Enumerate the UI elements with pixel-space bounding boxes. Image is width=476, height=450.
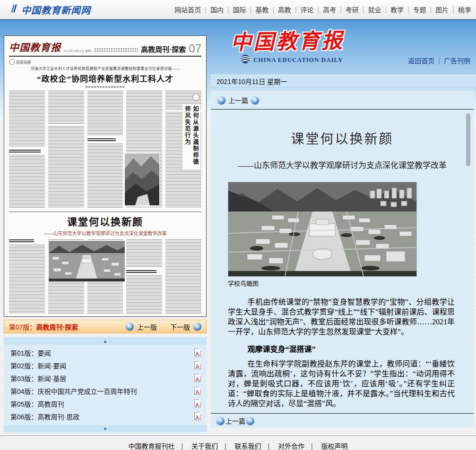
- prev-article-icon[interactable]: ↖: [216, 417, 225, 425]
- mini-article1-headline: “政校企”协同培养新型水利工科人才: [9, 72, 201, 84]
- top-navigation: 网站首页| 国内| 国际| 基教| 高教| 评论| 高考| 考研| 就业| 教学…: [174, 5, 471, 14]
- site-footer: 中国教育报刊社| 关于我们| 联系我们| 对外合作| 版权声明: [0, 435, 476, 450]
- ced-globe-icon: [240, 54, 251, 66]
- prev-edition-icon[interactable]: ↖: [126, 323, 134, 331]
- prev-article-link[interactable]: 上一篇: [228, 95, 248, 105]
- next-article-icon[interactable]: ↘: [251, 96, 259, 104]
- footer-link-copyright[interactable]: 版权声明: [321, 442, 348, 450]
- mini-article1-lead: 河海大学立足水利人才培养优势搭建和产业发展需求调整结构要素全方位紧密对接——: [9, 66, 201, 71]
- china-education-daily-logo[interactable]: 中国教育报: [230, 24, 344, 56]
- prev-article-top: ↖ 上一篇 ↘: [211, 91, 474, 105]
- nav-item-home[interactable]: 网站首页: [174, 5, 201, 14]
- mini-nav-lines: [95, 48, 138, 52]
- nav-item-teaching[interactable]: 教学: [390, 5, 404, 14]
- edition-number-label: 第07版：: [9, 322, 36, 331]
- mini-masthead: 中国教育报: [9, 40, 61, 54]
- top-bar: 中国教育新闻网 网站首页| 国内| 国际| 基教| 高教| 评论| 高考| 考研…: [0, 0, 476, 19]
- section-heading: 观摩课变身“混搭课”: [228, 344, 455, 354]
- issue-date: 2021年10月11日 星期一: [216, 76, 287, 86]
- nav-item-comment[interactable]: 评论: [301, 5, 314, 14]
- ad-rates-link[interactable]: 广告刊例: [444, 56, 470, 65]
- text-lines: [48, 91, 84, 208]
- nav-item-special[interactable]: 专题: [413, 5, 426, 14]
- site-logo[interactable]: 中国教育新闻网: [10, 3, 91, 17]
- nav-item-jobs[interactable]: 就业: [368, 5, 381, 14]
- footer-link-about[interactable]: 关于我们: [191, 442, 218, 450]
- photo-caption: 学校鸟瞰图: [228, 279, 416, 288]
- text-lines: [126, 239, 162, 314]
- edition-name-label: 高教周刊·探索: [36, 322, 78, 331]
- nav-item-taoli[interactable]: 桃李: [458, 5, 471, 14]
- paragraph: 手机由传统课堂的“禁物”变身智慧教学的“宝物”、分组教学让学生大显身手、混合式教…: [228, 297, 455, 337]
- edition-item-05[interactable]: 第05版：高教周刊: [4, 397, 207, 410]
- nav-item-gaokao[interactable]: 高考: [323, 5, 336, 14]
- campus-aerial-photo: [228, 182, 417, 277]
- mini-edition-title: 高教周刊·探索: [141, 44, 186, 54]
- paragraph: 在生命科学学院副教授赵东芹的课堂上，教师问道：“‘垂緌饮清露，流响出疏桐’，这句…: [228, 359, 455, 408]
- mini-article2-columns: [9, 239, 201, 314]
- prev-article-link[interactable]: 上一篇: [225, 416, 245, 425]
- mini-campus-photo: [48, 240, 125, 282]
- mini-article2-headline: 课堂何以换新颜: [9, 214, 201, 228]
- mini-mountain-photo: [124, 153, 160, 206]
- edition-item-04[interactable]: 第04版：庆祝中国共产党成立一百周年特刊: [4, 384, 207, 397]
- nav-item-pictures[interactable]: 图片: [435, 5, 449, 14]
- scroll-up-strip[interactable]: ▲: [4, 337, 207, 345]
- mini-edition-number: 07: [189, 43, 201, 54]
- text-lines: [87, 91, 123, 208]
- scholar-stamp-icon: [192, 93, 199, 101]
- edition-item-02[interactable]: 第02版：新闻·要闻: [4, 359, 207, 372]
- footer-link-press[interactable]: 中国教育报刊社: [128, 442, 174, 450]
- mini-article2-subtitle: ——山东师范大学以教学观摩研讨为支点深化课堂教学改革: [9, 229, 201, 237]
- mini-vertical-headline: 如何从源头遏制师德师风失范行为: [182, 105, 200, 169]
- text-lines: [165, 239, 201, 314]
- pdf-icon[interactable]: [194, 361, 201, 369]
- pdf-icon[interactable]: [194, 412, 201, 420]
- paper-header: 中国教育报 CHINA EDUCATION DAILY 返回首页 | 广告刊例: [211, 20, 476, 75]
- text-lines: [9, 91, 45, 208]
- prev-edition-button[interactable]: 上一版: [137, 322, 157, 331]
- nav-item-higher-edu[interactable]: 高教: [278, 5, 291, 14]
- prev-article-bottom: ↖ 上一篇 ↘: [211, 413, 474, 428]
- footer-link-contact[interactable]: 联系我们: [235, 442, 261, 450]
- pdf-icon[interactable]: [194, 399, 201, 408]
- next-edition-icon[interactable]: ↘: [193, 323, 201, 331]
- text-lines: [9, 239, 45, 314]
- next-edition-button[interactable]: 下一版: [170, 322, 190, 331]
- pdf-icon[interactable]: [194, 348, 201, 357]
- down-triangle-icon[interactable]: ▼: [103, 426, 108, 432]
- back-home-link[interactable]: 返回首页: [408, 56, 434, 65]
- article-photo-block: 学校鸟瞰图: [228, 182, 416, 288]
- pdf-icon[interactable]: [194, 387, 201, 395]
- mini-column-tag: 探索观察: [16, 59, 31, 65]
- article-body: 手机由传统课堂的“禁物”变身智慧教学的“宝物”、分组教学让学生大显身手、混合式教…: [211, 288, 474, 412]
- edition-item-03[interactable]: 第03版：新闻·基层: [4, 372, 207, 384]
- edition-item-06[interactable]: 第06版：高教周刊·思政: [4, 410, 207, 423]
- up-triangle-icon[interactable]: ▲: [103, 339, 108, 344]
- next-article-icon[interactable]: ↘: [246, 417, 254, 425]
- mini-article1-columns: 如何从源头遏制师德师风失范行为: [9, 91, 201, 208]
- nav-item-basic-edu[interactable]: 基教: [255, 5, 268, 14]
- article-panel: ↖ 上一篇 ↘ 课堂何以换新颜 ——山东师范大学以教学观摩研讨为支点深化课堂教学…: [211, 91, 474, 428]
- newspaper-page-image[interactable]: 中国教育报 2021年10月11日 星期一 高教周刊·探索 07 探索观察 河海…: [4, 35, 207, 317]
- site-logo-icon: [10, 3, 18, 16]
- pdf-icon[interactable]: [194, 374, 201, 382]
- article-title: 课堂何以换新颜: [211, 128, 474, 147]
- mini-masthead-date: 2021年10月11日 星期一: [63, 49, 94, 53]
- edition-bar: 第07版： 高教周刊·探索 ↖ 上一版 下一版 ↘: [4, 320, 207, 333]
- article-subtitle: ——山东师范大学以教学观摩研讨为支点深化课堂教学改革: [211, 159, 474, 170]
- nav-item-international[interactable]: 国际: [233, 5, 246, 14]
- footer-link-cooperation[interactable]: 对外合作: [278, 442, 304, 450]
- nav-item-kaoyan[interactable]: 考研: [346, 5, 359, 14]
- english-masthead: CHINA EDUCATION DAILY: [253, 56, 343, 64]
- edition-item-01[interactable]: 第01版：要闻: [4, 346, 207, 359]
- column-stamp-icon: [9, 59, 15, 65]
- site-logo-text[interactable]: 中国教育新闻网: [21, 3, 91, 17]
- editions-list: 第01版：要闻 第02版：新闻·要闻 第03版：新闻·基层 第04版：庆祝中国共…: [4, 345, 207, 425]
- date-bar: 2021年10月11日 星期一: [211, 75, 476, 87]
- mini-byline-lines: [86, 86, 125, 88]
- prev-article-icon[interactable]: ↖: [217, 96, 225, 104]
- nav-item-domestic[interactable]: 国内: [210, 5, 224, 14]
- scroll-down-strip[interactable]: ▼: [4, 425, 207, 433]
- editions-panel: ▲ 第01版：要闻 第02版：新闻·要闻 第03版：新闻·基层 第04版：庆祝中…: [4, 337, 207, 433]
